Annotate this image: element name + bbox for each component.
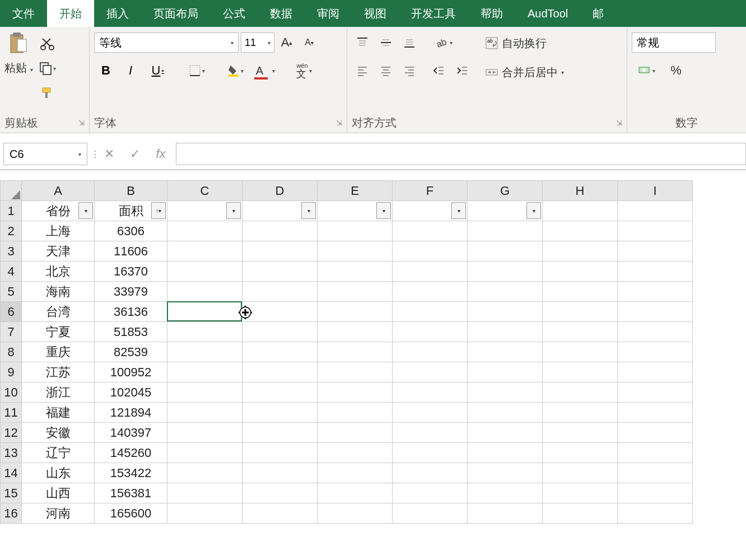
cell-F4[interactable] [393, 262, 468, 282]
cell-E8[interactable] [318, 342, 393, 362]
cell-F7[interactable] [393, 322, 468, 342]
cell-B14[interactable]: 153422 [95, 463, 167, 483]
cell-G11[interactable] [468, 403, 543, 423]
tab-page-layout[interactable]: 页面布局 [141, 0, 211, 27]
fill-color-button[interactable]: ▾ [221, 59, 250, 82]
col-header-H[interactable]: H [543, 181, 618, 201]
cell-B10[interactable]: 102045 [95, 382, 167, 403]
cell-H10[interactable] [543, 382, 618, 403]
cell-G2[interactable] [468, 221, 543, 241]
row-header-6[interactable]: 6 [1, 302, 22, 322]
cell-I3[interactable] [618, 241, 693, 262]
cell-F3[interactable] [393, 241, 468, 262]
row-header-1[interactable]: 1 [1, 201, 22, 221]
row-header-5[interactable]: 5 [1, 282, 22, 302]
cell-E16[interactable] [318, 503, 393, 524]
cell-E4[interactable] [318, 262, 393, 282]
cell-E14[interactable] [318, 463, 393, 483]
cell-E11[interactable] [318, 403, 393, 423]
cell-H5[interactable] [543, 282, 618, 302]
cell-B1[interactable]: 面积↑▾ [95, 201, 167, 221]
cell-F15[interactable] [393, 483, 468, 503]
cell-B16[interactable]: 165600 [95, 503, 167, 524]
cell-I12[interactable] [618, 423, 693, 443]
cell-C13[interactable] [167, 443, 243, 463]
cell-C10[interactable] [167, 382, 243, 403]
merge-center-button[interactable]: 合并后居中 ▾ [481, 62, 568, 83]
align-bottom-icon[interactable] [399, 32, 420, 53]
cell-G10[interactable] [468, 382, 543, 403]
cell-I4[interactable] [618, 262, 693, 282]
cell-H9[interactable] [543, 362, 618, 382]
cell-E7[interactable] [318, 322, 393, 342]
cell-C5[interactable] [167, 282, 243, 302]
row-header-3[interactable]: 3 [1, 241, 22, 262]
cell-A4[interactable]: 北京 [22, 262, 95, 282]
font-name-select[interactable]: 等线▾ [94, 32, 239, 53]
cell-G14[interactable] [468, 463, 543, 483]
cell-A12[interactable]: 安徽 [22, 423, 95, 443]
paste-label[interactable]: 粘贴 ▾ [4, 60, 33, 76]
cell-C1[interactable]: ▾ [167, 201, 243, 221]
tab-home[interactable]: 开始 [47, 0, 94, 27]
cell-D11[interactable] [243, 403, 318, 423]
row-header-4[interactable]: 4 [1, 262, 22, 282]
cell-A1[interactable]: 省份▾ [22, 201, 95, 221]
align-middle-icon[interactable] [375, 32, 397, 53]
font-size-select[interactable]: 11▾ [241, 32, 274, 53]
cell-F13[interactable] [393, 443, 468, 463]
cell-D10[interactable] [243, 382, 318, 403]
tab-file[interactable]: 文件 [0, 0, 47, 27]
cell-C14[interactable] [167, 463, 243, 483]
filter-button-A[interactable]: ▾ [78, 202, 93, 219]
cell-E9[interactable] [318, 362, 393, 382]
cell-H3[interactable] [543, 241, 618, 262]
align-left-icon[interactable] [352, 60, 373, 81]
cell-I5[interactable] [618, 282, 693, 302]
col-header-B[interactable]: B [95, 181, 167, 201]
italic-button[interactable]: I [119, 59, 142, 82]
row-header-11[interactable]: 11 [1, 403, 22, 423]
alignment-dialog-launcher[interactable]: ⇲ [616, 119, 622, 127]
tab-developer[interactable]: 开发工具 [399, 0, 468, 27]
col-header-E[interactable]: E [318, 181, 393, 201]
cell-F12[interactable] [393, 423, 468, 443]
cell-F6[interactable] [393, 302, 468, 322]
row-header-16[interactable]: 16 [1, 503, 22, 524]
clipboard-dialog-launcher[interactable]: ⇲ [78, 119, 85, 127]
cell-F11[interactable] [393, 403, 468, 423]
filter-button-G[interactable]: ▾ [526, 202, 541, 219]
fx-icon[interactable]: fx [148, 143, 174, 165]
filter-button-C[interactable]: ▾ [226, 202, 241, 219]
phonetic-guide-button[interactable]: wén文 ▾ [290, 59, 319, 82]
cell-F2[interactable] [393, 221, 468, 241]
cell-E3[interactable] [318, 241, 393, 262]
copy-icon[interactable]: ▾ [36, 58, 59, 78]
cell-I16[interactable] [618, 503, 693, 524]
col-header-C[interactable]: C [167, 181, 243, 201]
cell-C8[interactable] [167, 342, 243, 362]
cell-G7[interactable] [468, 322, 543, 342]
tab-mail[interactable]: 邮 [580, 0, 616, 27]
cell-B11[interactable]: 121894 [95, 403, 167, 423]
cell-I10[interactable] [618, 382, 693, 403]
cell-D13[interactable] [243, 443, 318, 463]
cell-D5[interactable] [243, 282, 318, 302]
cell-H14[interactable] [543, 463, 618, 483]
cell-H2[interactable] [543, 221, 618, 241]
cell-A5[interactable]: 海南 [22, 282, 95, 302]
cell-A3[interactable]: 天津 [22, 241, 95, 262]
cell-F16[interactable] [393, 503, 468, 524]
cell-C16[interactable] [167, 503, 243, 524]
col-header-I[interactable]: I [618, 181, 693, 201]
cell-F10[interactable] [393, 382, 468, 403]
filter-button-B[interactable]: ↑▾ [151, 202, 166, 219]
cell-E10[interactable] [318, 382, 393, 403]
cell-I8[interactable] [618, 342, 693, 362]
cell-D14[interactable] [243, 463, 318, 483]
cell-G8[interactable] [468, 342, 543, 362]
enter-icon[interactable]: ✓ [122, 143, 148, 165]
formula-input[interactable] [176, 143, 746, 165]
cell-I11[interactable] [618, 403, 693, 423]
increase-indent-icon[interactable] [451, 60, 473, 81]
